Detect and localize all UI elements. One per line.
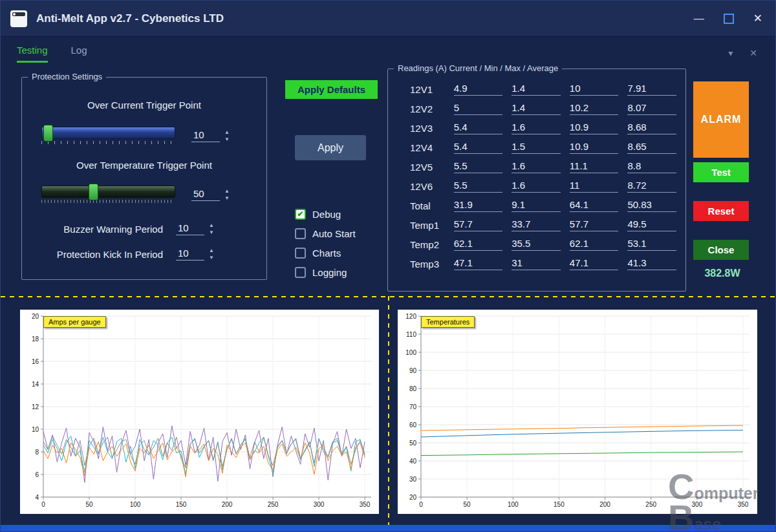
svg-text:110: 110 [406,331,416,338]
power-total-value: 382.8W [693,268,751,279]
close-tab-icon[interactable]: ✕ [749,48,757,58]
buzzer-warning-value[interactable]: 10 [176,222,204,235]
temps-chart-note: Temperatures [421,316,475,328]
spin-up-icon[interactable]: ▲ [209,248,214,253]
svg-text:200: 200 [599,501,610,508]
reading-value: 31 [512,257,561,270]
over-temp-slider-ticks [41,200,174,203]
over-current-slider-ticks [41,141,174,144]
spin-down-icon[interactable]: ▼ [224,196,230,201]
svg-text:300: 300 [314,501,325,508]
over-temp-value[interactable]: 50 [191,188,220,201]
over-current-slider-thumb[interactable] [43,125,53,142]
reading-value: 7.91 [627,83,676,96]
checkbox-checked-icon[interactable]: ✔ [295,209,306,220]
apply-button[interactable]: Apply [295,135,366,160]
spin-down-icon[interactable]: ▼ [209,255,214,261]
protection-settings-group: Protection Settings Over Current Trigger… [21,77,267,280]
reading-label: 12V1 [410,84,454,95]
svg-text:150: 150 [554,501,565,508]
readings-group: Readings (A) Current / Min / Max / Avera… [387,69,686,292]
svg-text:20: 20 [409,494,417,501]
over-current-spinner[interactable]: 10 ▲ ▼ [191,129,230,142]
checkbox-box[interactable] [295,248,306,259]
kick-in-value[interactable]: 10 [176,248,204,261]
svg-text:100: 100 [130,501,141,508]
svg-text:4: 4 [35,494,39,501]
svg-text:18: 18 [32,335,39,343]
protection-settings-label: Protection Settings [28,72,106,81]
svg-text:50: 50 [464,501,471,508]
checkbox-debug[interactable]: ✔Debug [295,204,356,224]
over-temp-slider-track[interactable] [41,186,175,198]
reading-value: 5 [454,102,503,115]
title-bar: Anti-Melt App v2.7 - Cybenetics LTD — ✕ [1,1,775,37]
svg-text:200: 200 [222,501,233,508]
checkbox-box[interactable] [295,267,306,278]
reading-value: 1.4 [512,102,561,115]
app-icon [10,10,27,27]
kick-in-spinner[interactable]: 10 ▲ ▼ [176,248,214,261]
tab-testing[interactable]: Testing [17,45,48,63]
tab-log[interactable]: Log [71,45,87,63]
bottom-accent-bar [1,525,775,531]
reading-value: 11 [570,180,619,193]
reading-value: 1.4 [512,83,561,96]
chevron-down-icon[interactable]: ▾ [728,48,733,58]
over-current-slider-track[interactable] [41,127,175,139]
spin-down-icon[interactable]: ▼ [224,137,230,142]
buzzer-warning-label: Buzzer Warning Period [22,224,163,235]
apply-defaults-button[interactable]: Apply Defaults [285,80,378,99]
readings-row: Total31.99.164.150.83 [388,196,685,215]
svg-text:8: 8 [35,449,39,456]
minimize-button[interactable]: — [694,13,704,25]
reading-value: 57.7 [454,218,503,231]
test-button[interactable]: Test [693,162,749,182]
checkbox-auto-start[interactable]: Auto Start [295,224,356,243]
spin-up-icon[interactable]: ▲ [224,130,230,135]
readings-row: 12V55.51.611.18.8 [388,157,685,176]
close-window-button[interactable]: ✕ [753,12,762,25]
computerbase-watermark: Computer Base [668,471,759,532]
svg-text:30: 30 [409,476,417,483]
checkbox-charts[interactable]: Charts [295,243,356,262]
reading-label: 12V4 [410,142,454,153]
tab-strip: Testing Log ▾ ✕ [1,36,775,65]
spin-up-icon[interactable]: ▲ [209,223,214,228]
over-temp-spinner[interactable]: 50 ▲ ▼ [191,188,230,201]
buzzer-warning-spinner[interactable]: 10 ▲ ▼ [176,222,214,235]
reading-value: 1.6 [512,160,561,173]
reading-value: 50.83 [627,199,676,212]
svg-text:16: 16 [32,358,39,365]
maximize-button[interactable] [724,14,734,24]
checkbox-box[interactable] [295,228,306,239]
checkbox-label: Auto Start [312,228,356,239]
over-temp-slider[interactable] [41,186,174,203]
spin-down-icon[interactable]: ▼ [209,230,214,235]
reading-value: 9.1 [512,199,561,212]
reading-label: Temp1 [410,220,454,231]
svg-text:150: 150 [176,501,187,508]
reading-value: 64.1 [570,199,619,212]
reset-button[interactable]: Reset [693,201,749,221]
spin-up-icon[interactable]: ▲ [224,189,230,194]
readings-row: Temp262.135.562.153.1 [388,235,685,254]
app-window: Anti-Melt App v2.7 - Cybenetics LTD — ✕ … [0,0,776,532]
reading-value: 10.2 [570,102,619,115]
close-button[interactable]: Close [693,240,749,260]
svg-text:40: 40 [409,458,417,465]
svg-text:350: 350 [360,501,371,508]
svg-text:6: 6 [35,471,39,478]
amps-chart-canvas: 468101214161820050100150200250300350 [20,310,379,514]
over-current-value[interactable]: 10 [191,129,220,142]
svg-text:100: 100 [508,501,519,508]
reading-value: 5.5 [454,160,503,173]
over-temp-slider-thumb[interactable] [89,184,98,200]
alarm-indicator: ALARM [693,81,749,158]
svg-text:10: 10 [32,426,39,433]
checkbox-logging[interactable]: Logging [295,262,356,282]
reading-value: 53.1 [627,238,676,251]
over-current-slider[interactable] [41,127,174,144]
reading-value: 8.68 [627,122,676,134]
reading-value: 41.3 [627,257,676,270]
